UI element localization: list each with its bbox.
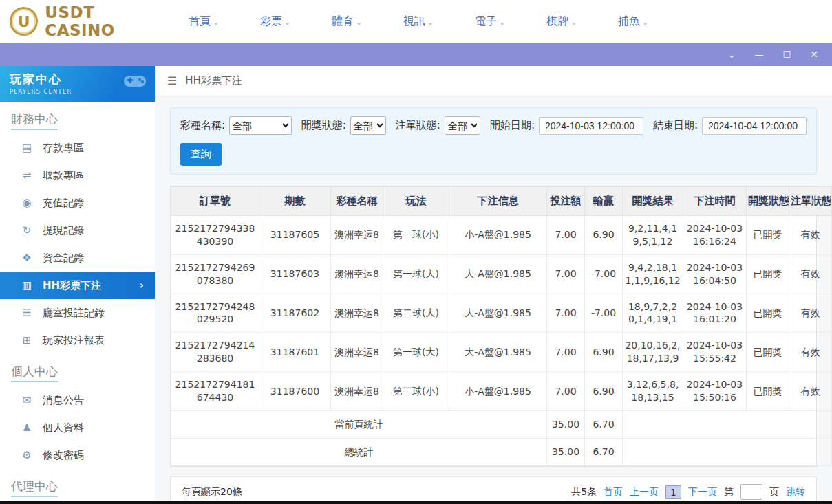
nav-item-lottery[interactable]: 彩票⌄ [239,14,311,29]
cell-play: 第三球(小) [383,372,449,411]
end-date-input[interactable] [702,117,807,135]
sidebar-item-fund-records[interactable]: ❖ 資金記錄 [0,244,155,272]
lottery-name-label: 彩種名稱: [180,119,225,132]
nav-label: 棋牌 [546,14,568,28]
minimize-icon[interactable]: — [755,50,764,59]
close-icon[interactable]: ✕ [810,50,818,59]
maximize-icon[interactable]: ☐ [783,50,791,59]
col-play-type: 玩法 [383,187,449,216]
cell-lottery: 澳洲幸运8 [331,372,383,411]
start-date-input[interactable] [539,117,643,135]
cell-draw-status: 已開獎 [747,216,789,255]
sidebar-item-label: 廳室投註記錄 [43,307,105,320]
window-bottom-edge [0,501,832,504]
first-page-link[interactable]: 首页 [604,486,623,498]
sidebar-item-profile[interactable]: ♟ 個人資料 [0,414,155,441]
sidebar-item-label: 提現記錄 [43,224,84,237]
nav-item-slots[interactable]: 電子⌄ [454,14,526,29]
nav-item-fishing[interactable]: 捕魚⌄ [597,14,669,29]
cell-order: 2152172794181674430 [171,372,259,411]
chevron-right-icon: › [140,279,144,292]
page-size-text: 每頁顯示20條 [182,486,242,498]
chevron-down-icon: ⌄ [642,18,648,27]
order-status-select[interactable]: 全部 [445,116,480,135]
nav-item-video[interactable]: 視訊⌄ [383,14,454,29]
person-icon: ♟ [21,421,33,434]
cell-period: 31187603 [259,254,331,294]
prev-page-link[interactable]: 上一页 [630,486,659,498]
summary-winloss: 6.70 [585,438,623,465]
section-title-finance: 財務中心 [0,102,155,134]
sidebar-item-room-bet-records[interactable]: ☰ 廳室投註記錄 [0,299,155,327]
lottery-name-select[interactable]: 全部 [229,116,292,135]
sidebar-item-player-bet-report[interactable]: ⊞ 玩家投注報表 [0,327,155,354]
sidebar-item-hh-lottery-bets[interactable]: ▥ HH彩票下注 › [0,272,155,299]
hamburger-icon[interactable]: ☰ [167,74,177,87]
brand-logo[interactable]: U USDT CASINO [0,3,168,39]
sidebar-item-label: 取款專區 [43,169,84,182]
sidebar-item-recharge-records[interactable]: ◉ 充值記錄 [0,189,155,217]
sidebar-item-change-password[interactable]: ⚙ 修改密碼 [0,441,155,469]
nav-item-cards[interactable]: 棋牌⌄ [526,14,597,29]
top-header: U USDT CASINO 首頁⌄ 彩票⌄ 體育⌄ 視訊⌄ 電子⌄ 棋牌⌄ 捕魚… [0,0,832,43]
col-period: 期數 [259,187,331,216]
sidebar-item-label: 消息公告 [43,394,84,407]
cell-winloss: 6.90 [585,216,623,255]
chevron-down-icon: ⌄ [427,18,434,27]
jump-label-pre: 第 [724,486,734,498]
sidebar: 玩家中心 PLAYERS CENTER 財務中心 ▤ 存款專區 ⇌ 取款專區 ◉… [0,66,155,501]
cell-play: 第一球(大) [383,254,449,294]
nav-item-home[interactable]: 首頁⌄ [168,14,239,29]
cell-time: 2024-10-03 15:50:16 [683,372,747,411]
cell-amount: 7.00 [547,333,585,372]
col-draw-status: 開獎狀態 [747,187,789,216]
cell-draw-status: 已開獎 [747,372,789,411]
draw-status-select[interactable]: 全部 [350,116,386,135]
nav-item-sports[interactable]: 體育⌄ [311,14,383,29]
sidebar-item-deposit[interactable]: ▤ 存款專區 [0,134,155,162]
cell-winloss: -7.00 [585,254,623,294]
cell-info: 小-A盤@1.985 [449,216,547,255]
summary-label: 總統計 [171,438,547,465]
sidebar-item-withdraw[interactable]: ⇌ 取款專區 [0,162,155,189]
cell-play: 第一球(小) [383,216,449,255]
withdraw-record-icon: ↻ [21,224,33,237]
col-bet-amount: 投注額 [547,187,585,216]
col-order-status: 注單狀態 [789,187,832,216]
cell-period: 31187600 [259,372,331,411]
nav-label: 視訊 [403,14,425,28]
current-page-badge: 1 [665,485,681,499]
main-panel: ☰ HH彩票下注 彩種名稱: 全部 開獎狀態: 全部 注單狀態: 全部 開始日期… [155,66,832,501]
cell-time: 2024-10-03 16:04:50 [683,254,747,294]
section-title-personal: 個人中心 [0,354,155,386]
cell-info: 大-A盤@1.985 [449,333,547,372]
sidebar-item-withdraw-records[interactable]: ↻ 提現記錄 [0,217,155,244]
sidebar-item-announcements[interactable]: ✉ 消息公告 [0,386,155,414]
withdraw-icon: ⇌ [21,169,33,182]
nav-label: 體育 [332,14,354,28]
total-count: 共5条 [571,486,597,498]
summary-amount: 35.00 [547,438,585,465]
collapse-icon[interactable]: ⌄ [728,50,736,59]
jump-page-input[interactable] [740,484,762,500]
book-icon: ▥ [21,279,33,292]
cell-order-status: 有效 [789,216,832,255]
table-row: 2152172794269078380 31187603 澳洲幸运8 第一球(大… [171,254,832,294]
cell-order-status: 有效 [789,372,832,411]
col-lottery-name: 彩種名稱 [331,187,383,216]
window-title-bar: ⌄ — ☐ ✕ [0,43,832,66]
pagination-bar: 每頁顯示20條 共5条 首页 上一页 1 下一页 第 页 跳转 [170,476,817,501]
cell-result: 3,12,6,5,8,18,13,15 [623,372,683,411]
cell-order: 2152172794269078380 [171,254,259,294]
jump-label-post: 页 [769,486,779,498]
cell-period: 31187601 [259,333,331,372]
cell-amount: 7.00 [547,216,585,255]
next-page-link[interactable]: 下一页 [688,486,717,498]
main-nav: 首頁⌄ 彩票⌄ 體育⌄ 視訊⌄ 電子⌄ 棋牌⌄ 捕魚⌄ [168,14,669,29]
nav-label: 彩票 [260,14,282,28]
cell-order: 2152172794248029520 [171,294,259,333]
sidebar-item-label: 充值記錄 [43,197,84,210]
chevron-down-icon: ⌄ [499,18,505,27]
jump-button[interactable]: 跳转 [786,486,805,498]
search-button[interactable]: 查詢 [180,143,222,166]
